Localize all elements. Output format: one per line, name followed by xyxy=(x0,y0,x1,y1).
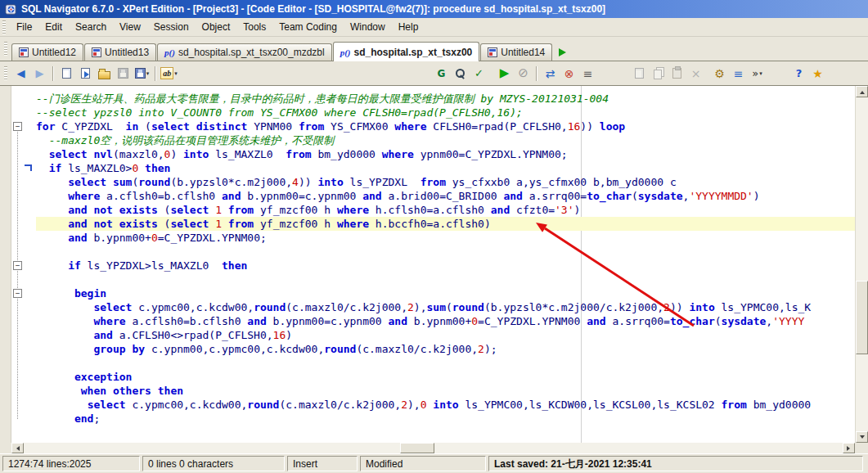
menu-item-team-coding[interactable]: Team Coding xyxy=(272,19,344,35)
code-token xyxy=(190,120,196,133)
code-line[interactable]: --maxzl0空，说明该药品在项目管理系统未维护，不受限制 xyxy=(36,133,855,147)
horizontal-scroll-thumb[interactable] xyxy=(400,443,434,453)
code-token: c.ypmc00,c.kcdw00, xyxy=(132,301,254,313)
code-line[interactable] xyxy=(36,356,855,370)
code-token: exists xyxy=(119,218,158,230)
code-line[interactable]: --门诊医生站开具、药品最大零售限量，目录中的药品时，患者每日的最大限量受维护值… xyxy=(36,92,855,106)
copy-icon[interactable] xyxy=(649,65,668,82)
open-folder-icon[interactable] xyxy=(95,65,114,82)
code-line[interactable]: and not exists (select 1 from yf_mzcf00 … xyxy=(36,203,855,217)
delete-icon[interactable]: × xyxy=(686,65,705,82)
dropdown-caret-icon[interactable]: ▾ xyxy=(174,70,178,77)
code-token xyxy=(36,315,93,327)
highlight-ab-icon[interactable]: ab▾ xyxy=(160,65,178,82)
code-line[interactable]: select sum(round(b.ypzsl0*c.m2j000,4)) i… xyxy=(36,175,855,189)
code-line[interactable]: for C_YPZDXL in (select distinct YPNM00 … xyxy=(36,119,855,133)
tab-untitled13[interactable]: Untitled13 xyxy=(84,43,156,61)
editor-gutter[interactable]: −−− xyxy=(11,86,36,443)
nav-back-icon[interactable]: ◀ xyxy=(11,65,30,82)
tab-untitled14[interactable]: Untitled14 xyxy=(480,43,552,61)
analyze-icon[interactable]: ✓ xyxy=(470,65,488,82)
code-line[interactable] xyxy=(36,245,855,259)
overflow-icon[interactable]: »▾ xyxy=(748,65,767,82)
cancel-icon[interactable]: ⊗ xyxy=(560,65,578,82)
code-token xyxy=(36,204,68,216)
vertical-scroll-track[interactable] xyxy=(856,97,868,431)
code-token xyxy=(113,218,119,230)
code-text[interactable]: --门诊医生站开具、药品最大零售限量，目录中的药品时，患者每日的最大限量受维护值… xyxy=(36,92,855,426)
code-line[interactable]: and b.ypnm00+0=C_YPZDXL.YPNM00; xyxy=(36,231,855,245)
code-token: begin xyxy=(74,287,106,300)
paste-icon[interactable] xyxy=(668,65,686,82)
menubar-grip[interactable] xyxy=(2,20,6,34)
swap-icon[interactable]: ⇄ xyxy=(541,65,560,82)
code-token xyxy=(138,162,145,174)
output-list-icon[interactable]: ≡ xyxy=(578,65,597,82)
open-document-icon[interactable] xyxy=(76,65,95,82)
toolbar-grip[interactable] xyxy=(4,66,7,80)
code-line[interactable]: group by c.ypnm00,c.ypmc00,c.kcdw00,roun… xyxy=(36,342,855,356)
menu-item-window[interactable]: Window xyxy=(344,19,392,35)
vertical-scroll-thumb[interactable] xyxy=(856,281,868,354)
code-line[interactable]: exception xyxy=(36,370,855,384)
fold-collapse-icon[interactable]: − xyxy=(13,289,22,298)
menu-item-session[interactable]: Session xyxy=(147,19,196,35)
code-line[interactable]: select c.ypmc00,c.kcdw00,round(c.maxzl0/… xyxy=(36,398,855,412)
code-line[interactable]: and not exists (select 1 from yf_mzcf00 … xyxy=(36,217,855,231)
tabbar-grip[interactable] xyxy=(4,42,7,56)
tools-icon[interactable]: ⚙ xyxy=(710,65,729,82)
cancel-icon-glyph: ⊗ xyxy=(564,68,574,79)
menu-item-help[interactable]: Help xyxy=(392,19,425,35)
code-line[interactable]: when others then xyxy=(36,384,855,398)
wizard-icon[interactable]: ★ xyxy=(808,65,827,82)
menu-item-object[interactable]: Object xyxy=(196,19,237,35)
dropdown-caret-icon[interactable]: ▾ xyxy=(759,70,762,77)
scroll-up-icon[interactable] xyxy=(856,86,868,97)
menu-item-search[interactable]: Search xyxy=(69,19,113,35)
nav-forward-icon[interactable]: ▶ xyxy=(30,65,49,82)
fold-collapse-icon[interactable]: − xyxy=(13,122,22,131)
find-sql-icon[interactable] xyxy=(451,65,470,82)
code-line[interactable]: and a.CFLSH0<>rpad(P_CFLSH0,16) xyxy=(36,328,855,342)
execute-icon[interactable]: ▶ xyxy=(495,65,514,82)
horizontal-scroll-track[interactable] xyxy=(24,443,843,453)
code-token: ) xyxy=(574,204,581,216)
help-icon[interactable]: ? xyxy=(789,65,808,82)
code-line[interactable]: select c.ypmc00,c.kcdw00,round(c.maxzl0/… xyxy=(36,300,855,314)
save-all-icon[interactable]: ▾ xyxy=(133,65,151,82)
code-line[interactable]: --select ypzsl0 into V_COUNT0 from YS_CF… xyxy=(36,106,855,119)
fold-collapse-icon[interactable]: − xyxy=(13,261,22,270)
stop-icon[interactable]: ⊘ xyxy=(514,65,533,82)
tab-untitled12[interactable]: Untitled12 xyxy=(11,43,83,61)
tab-sd-hospital-sp-xt-tsxz00-mzdzbl[interactable]: p()sd_hospital.sp_xt_tsxz00_mzdzbl xyxy=(157,43,332,61)
vertical-scrollbar[interactable] xyxy=(855,86,868,443)
scroll-down-icon[interactable] xyxy=(856,431,868,443)
code-editor[interactable]: −−− --门诊医生站开具、药品最大零售限量，目录中的药品时，患者每日的最大限量… xyxy=(11,86,855,443)
scroll-left-icon[interactable] xyxy=(11,443,24,453)
code-line[interactable]: where a.cflsh0=b.cflsh0 and b.ypnm00=c.y… xyxy=(36,189,855,203)
menu-item-tools[interactable]: Tools xyxy=(236,19,272,35)
code-line[interactable]: begin xyxy=(36,286,855,300)
code-token: select xyxy=(88,399,126,411)
tab-sd-hospital-sp-xt-tsxz00[interactable]: p()sd_hospital.sp_xt_tsxz00 xyxy=(333,42,480,61)
code-line[interactable]: if ls_MAXZL0>0 then xyxy=(36,161,855,175)
fold-connector-line xyxy=(17,130,18,419)
code-line[interactable]: if ls_YPZDXL>ls_MAXZL0 then xyxy=(36,259,855,273)
save-icon[interactable] xyxy=(114,65,133,82)
title-bar[interactable]: SQL Navigator 6.7.0 - XPert Edition - [P… xyxy=(0,0,868,18)
menu-item-edit[interactable]: Edit xyxy=(38,19,69,35)
menu-item-view[interactable]: View xyxy=(113,19,147,35)
new-document-icon[interactable] xyxy=(57,65,76,82)
tab-scroll-right-icon[interactable] xyxy=(559,48,570,56)
goto-icon[interactable]: G xyxy=(432,65,451,82)
horizontal-scrollbar[interactable] xyxy=(11,443,855,453)
code-line[interactable] xyxy=(36,273,855,286)
menu-item-file[interactable]: File xyxy=(10,19,38,35)
dropdown-caret-icon[interactable]: ▾ xyxy=(146,70,150,77)
print-icon[interactable] xyxy=(630,65,649,82)
code-line[interactable]: where a.cflsh0=b.cflsh0 and b.ypnm00=c.y… xyxy=(36,314,855,328)
code-line[interactable]: select nvl(maxzl0,0) into ls_MAXZL0 from… xyxy=(36,147,855,161)
code-line[interactable]: end; xyxy=(36,412,855,426)
outline-icon[interactable]: ≡ xyxy=(729,65,748,82)
scroll-right-icon[interactable] xyxy=(843,443,855,453)
